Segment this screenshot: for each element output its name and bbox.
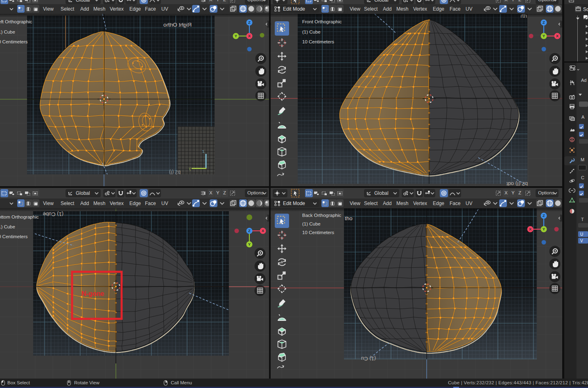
svg-text:Y: Y xyxy=(235,34,237,38)
svg-text:Z: Z xyxy=(543,213,545,218)
svg-text:Y: Y xyxy=(543,34,545,38)
svg-text:X: X xyxy=(556,34,559,38)
svg-text:X: X xyxy=(529,227,532,231)
svg-text:Z: Z xyxy=(248,228,251,233)
svg-text:Y: Y xyxy=(543,227,545,231)
svg-text:Z: Z xyxy=(543,20,545,25)
svg-text:Y: Y xyxy=(248,242,251,246)
svg-text:X: X xyxy=(248,34,251,38)
svg-text:X: X xyxy=(262,228,265,233)
svg-text:Z: Z xyxy=(248,20,251,25)
